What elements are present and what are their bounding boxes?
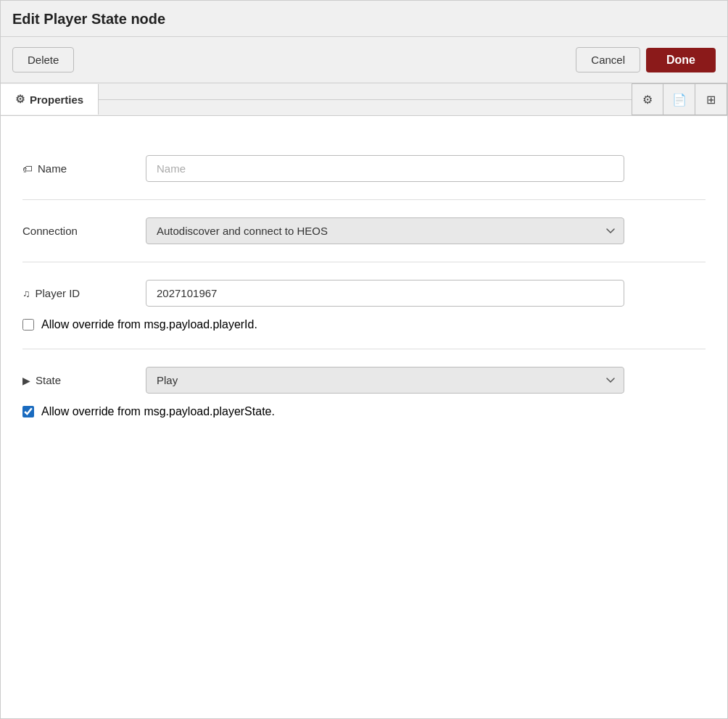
- tab-spacer: [99, 99, 632, 100]
- state-override-checkbox[interactable]: [22, 406, 34, 417]
- dialog-title: Edit Player State node: [12, 11, 165, 27]
- connection-select[interactable]: Autodiscover and connect to HEOS Manual …: [146, 217, 624, 244]
- tab-properties-label: Properties: [30, 93, 83, 106]
- name-input[interactable]: [146, 155, 624, 182]
- state-label-text: State: [36, 374, 61, 386]
- layout-icon: ⊞: [706, 93, 716, 107]
- done-button[interactable]: Done: [646, 48, 716, 72]
- player-id-input[interactable]: [146, 280, 624, 307]
- play-icon: ▶: [22, 375, 30, 386]
- tab-properties[interactable]: ⚙ Properties: [1, 84, 99, 115]
- name-field-control: [146, 155, 706, 182]
- all-fields: 🏷 Name Connection Autodiscove: [22, 138, 706, 436]
- player-id-field-section: ♫ Player ID Allow override from msg.payl…: [22, 262, 706, 349]
- connection-field-control: Autodiscover and connect to HEOS Manual …: [146, 217, 706, 244]
- connection-field-row: Connection Autodiscover and connect to H…: [22, 217, 706, 244]
- delete-button[interactable]: Delete: [12, 47, 74, 72]
- music-note-icon: ♫: [22, 288, 30, 299]
- name-tag-icon: 🏷: [22, 163, 33, 175]
- state-label: ▶ State: [22, 374, 146, 386]
- player-id-override-checkbox[interactable]: [22, 319, 34, 331]
- state-select[interactable]: Play Pause Stop: [146, 367, 624, 394]
- player-id-label: ♫ Player ID: [22, 287, 146, 299]
- state-override-label: Allow override from msg.payload.playerSt…: [41, 405, 275, 418]
- dialog-body: 🏷 Name Connection Autodiscove: [1, 116, 727, 718]
- connection-label-text: Connection: [22, 225, 78, 237]
- name-field-section: 🏷 Name: [22, 138, 706, 200]
- dialog-header: Edit Player State node: [1, 1, 727, 37]
- player-id-field-row: ♫ Player ID: [22, 280, 706, 307]
- state-override-row: Allow override from msg.payload.playerSt…: [22, 405, 706, 418]
- player-id-field-control: [146, 280, 706, 307]
- dialog-toolbar: Delete Cancel Done: [1, 37, 727, 83]
- connection-label: Connection: [22, 225, 146, 237]
- cancel-button[interactable]: Cancel: [576, 47, 640, 72]
- player-id-override-row: Allow override from msg.payload.playerId…: [22, 318, 706, 331]
- dialog: Edit Player State node Delete Cancel Don…: [0, 0, 728, 719]
- doc-icon: 📄: [672, 93, 687, 107]
- name-label: 🏷 Name: [22, 162, 146, 175]
- state-field-control: Play Pause Stop: [146, 367, 706, 394]
- tab-action-doc-button[interactable]: 📄: [663, 83, 695, 115]
- player-id-override-label: Allow override from msg.payload.playerId…: [41, 318, 257, 331]
- properties-gear-icon: ⚙: [15, 93, 25, 106]
- tab-action-gear-button[interactable]: ⚙: [632, 83, 663, 115]
- player-id-label-text: Player ID: [36, 287, 80, 299]
- name-label-text: Name: [38, 162, 67, 175]
- state-field-section: ▶ State Play Pause Stop Allow override f…: [22, 349, 706, 436]
- tab-actions: ⚙ 📄 ⊞: [632, 83, 727, 115]
- state-field-row: ▶ State Play Pause Stop: [22, 367, 706, 394]
- gear-icon: ⚙: [642, 93, 653, 107]
- tabs-bar: ⚙ Properties ⚙ 📄 ⊞: [1, 83, 727, 116]
- tab-action-layout-button[interactable]: ⊞: [695, 83, 727, 115]
- connection-field-section: Connection Autodiscover and connect to H…: [22, 200, 706, 262]
- name-field-row: 🏷 Name: [22, 155, 706, 182]
